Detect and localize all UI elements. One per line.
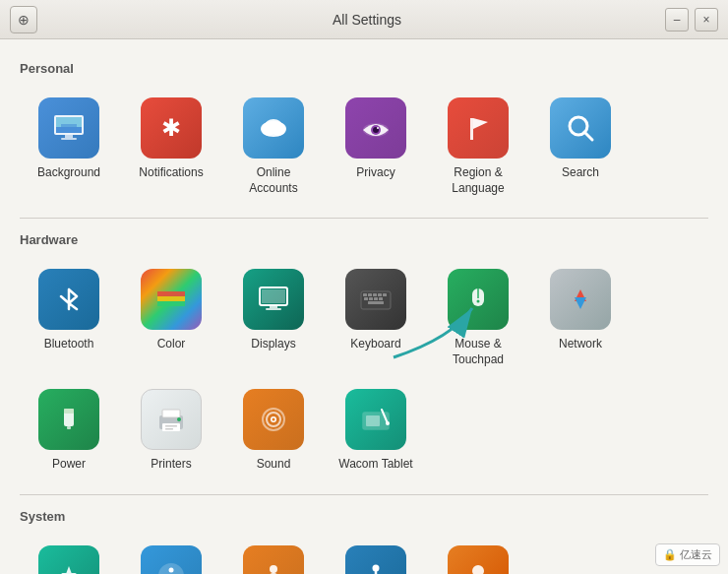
svg-point-10	[265, 119, 282, 133]
item-region-language[interactable]: Region &Language	[429, 88, 527, 204]
svg-line-17	[584, 132, 592, 140]
printers-label: Printers	[151, 457, 191, 473]
svg-rect-44	[64, 409, 74, 414]
item-printers[interactable]: Printers	[122, 379, 220, 480]
printers-icon	[141, 389, 202, 450]
svg-rect-30	[373, 293, 377, 296]
svg-rect-23	[262, 289, 285, 303]
notifications-icon: ✱	[141, 97, 202, 159]
privacy-icon	[345, 97, 406, 159]
universal-access-icon	[345, 545, 406, 574]
system-grid: Date & Time Details	[20, 536, 708, 574]
keyboard-icon	[345, 269, 406, 330]
svg-rect-28	[363, 293, 367, 296]
svg-marker-42	[575, 297, 586, 309]
displays-label: Displays	[251, 337, 295, 352]
hardware-section-wrapper: Bluetooth Color	[20, 259, 708, 480]
svg-rect-37	[368, 301, 384, 304]
svg-point-40	[477, 300, 480, 303]
watermark-text: 亿速云	[680, 548, 712, 560]
svg-point-51	[177, 417, 181, 421]
minimize-button[interactable]: –	[665, 8, 689, 32]
svg-rect-20	[157, 296, 185, 301]
item-power[interactable]: Power	[20, 379, 118, 480]
background-icon	[38, 97, 99, 159]
svg-rect-24	[270, 305, 277, 308]
svg-rect-49	[165, 425, 177, 427]
hardware-grid-row1: Bluetooth Color	[20, 259, 708, 375]
item-keyboard[interactable]: Keyboard	[327, 259, 425, 375]
svg-marker-60	[61, 566, 77, 574]
users-icon	[448, 545, 509, 574]
wacom-tablet-icon	[345, 389, 406, 450]
item-notifications[interactable]: ✱ Notifications	[122, 88, 220, 204]
bluetooth-icon	[38, 269, 99, 330]
online-accounts-label: OnlineAccounts	[249, 165, 297, 196]
bluetooth-label: Bluetooth	[44, 337, 94, 352]
svg-rect-15	[470, 118, 473, 140]
svg-rect-29	[368, 293, 372, 296]
divider-personal-hardware	[20, 218, 708, 219]
svg-rect-47	[162, 410, 180, 417]
sound-label: Sound	[257, 457, 291, 473]
item-online-accounts[interactable]: OnlineAccounts	[224, 88, 323, 204]
item-users[interactable]: Users	[429, 536, 527, 574]
power-icon	[38, 389, 99, 450]
item-network[interactable]: Network	[531, 259, 630, 375]
close-button[interactable]: ×	[695, 8, 718, 32]
window-title: All Settings	[69, 12, 665, 28]
svg-rect-35	[374, 297, 378, 300]
item-displays[interactable]: Displays	[224, 259, 323, 375]
color-icon	[141, 269, 202, 330]
section-title-system: System	[20, 509, 708, 524]
power-label: Power	[52, 457, 86, 473]
sharing-icon	[243, 545, 304, 574]
crosshair-button[interactable]: ⊕	[10, 6, 37, 33]
svg-rect-25	[266, 308, 281, 310]
item-bluetooth[interactable]: Bluetooth	[20, 259, 118, 375]
item-color[interactable]: Color	[122, 259, 220, 375]
svg-rect-45	[67, 426, 71, 429]
item-sound[interactable]: Sound	[224, 379, 323, 480]
color-label: Color	[157, 337, 186, 352]
item-search[interactable]: Search	[531, 88, 630, 204]
mouse-touchpad-icon	[448, 269, 509, 330]
item-details[interactable]: Details	[122, 536, 220, 574]
watermark: 🔒 亿速云	[655, 543, 720, 566]
item-background[interactable]: Background	[20, 88, 118, 204]
svg-point-55	[273, 418, 275, 421]
svg-rect-48	[162, 423, 180, 431]
item-date-time[interactable]: Date & Time	[20, 536, 118, 574]
svg-point-14	[377, 127, 379, 129]
main-content: Personal Background ✱ Notifi	[0, 39, 728, 574]
svg-rect-36	[379, 297, 383, 300]
item-mouse-touchpad[interactable]: Mouse &Touchpad	[429, 259, 527, 375]
svg-rect-31	[378, 293, 382, 296]
search-label: Search	[562, 165, 599, 181]
svg-rect-50	[165, 428, 173, 430]
wacom-tablet-label: Wacom Tablet	[338, 457, 412, 473]
sound-icon	[243, 389, 304, 450]
svg-rect-4	[65, 135, 73, 138]
svg-rect-34	[369, 297, 373, 300]
date-time-icon	[38, 545, 99, 574]
svg-rect-57	[366, 415, 380, 426]
svg-point-59	[386, 421, 390, 425]
window-controls: – ×	[665, 8, 718, 32]
svg-rect-33	[364, 297, 368, 300]
online-accounts-icon	[243, 97, 304, 159]
svg-rect-19	[157, 291, 185, 296]
svg-rect-32	[383, 293, 387, 296]
item-privacy[interactable]: Privacy	[327, 88, 425, 204]
svg-point-64	[270, 565, 277, 573]
network-label: Network	[559, 337, 602, 352]
network-icon	[550, 269, 611, 330]
notifications-label: Notifications	[139, 165, 203, 181]
section-title-hardware: Hardware	[20, 232, 708, 247]
item-sharing[interactable]: Sharing	[224, 536, 323, 574]
item-wacom-tablet[interactable]: Wacom Tablet	[327, 379, 425, 480]
item-universal-access[interactable]: UniversalAccess	[327, 536, 425, 574]
svg-point-70	[472, 565, 484, 574]
svg-rect-3	[61, 124, 77, 130]
region-language-icon	[448, 97, 509, 159]
